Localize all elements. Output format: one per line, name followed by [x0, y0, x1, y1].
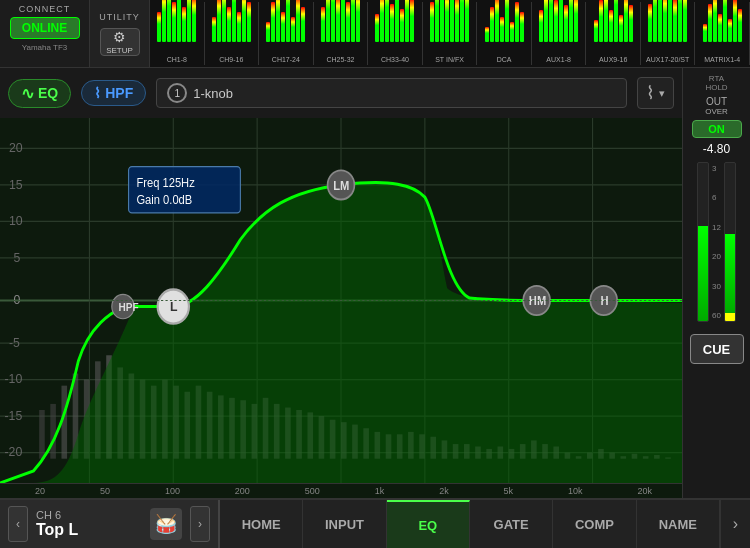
hpf-icon: ⌇ — [94, 85, 101, 101]
meter-group-ch9-16[interactable]: CH9-16 — [205, 2, 260, 65]
meter-group-ch1-8[interactable]: CH1-8 — [150, 2, 205, 65]
tab-input[interactable]: INPUT — [303, 500, 386, 548]
svg-text:Gain 0.0dB: Gain 0.0dB — [136, 193, 192, 207]
meter-bar — [569, 0, 573, 42]
hpf-button[interactable]: ⌇ HPF — [81, 80, 146, 106]
right-side-panel: RTA HOLD OUT OVER ON -4.80 3 6 12 20 30 … — [682, 68, 750, 498]
meter-bar — [172, 2, 176, 42]
meter-group-label: ST IN/FX — [435, 56, 464, 63]
meter-bar — [162, 0, 166, 42]
svg-text:-15: -15 — [4, 407, 22, 423]
knob-selector[interactable]: 1 1-knob — [156, 78, 627, 108]
meter-bar — [465, 0, 469, 42]
meter-group-ch33-40[interactable]: CH33-40 — [368, 2, 423, 65]
eq-controls-bar: ∿ EQ ⌇ HPF 1 1-knob ⌇ ▾ — [0, 68, 682, 118]
meters-strip: CH1-8CH9-16CH17-24CH25-32CH33-40ST IN/FX… — [150, 0, 750, 67]
meter-bar — [326, 0, 330, 42]
meter-bar — [450, 0, 454, 42]
meter-bar — [703, 24, 707, 42]
meter-bars — [648, 4, 687, 42]
meter-bar — [247, 2, 251, 42]
meter-bar — [539, 10, 543, 42]
tab-home[interactable]: HOME — [220, 500, 303, 548]
meter-track-left — [697, 162, 709, 322]
meter-group-aux17-20-st[interactable]: AUX17-20/ST — [641, 2, 696, 65]
tab-name[interactable]: NAME — [637, 500, 720, 548]
meter-group-label: CH33-40 — [381, 56, 409, 63]
meter-bar — [276, 0, 280, 42]
utility-label: UTILITY — [99, 12, 140, 22]
meter-group-ch25-32[interactable]: CH25-32 — [314, 2, 369, 65]
meter-group-aux9-16[interactable]: AUX9-16 — [586, 2, 641, 65]
meter-group-st in-fx[interactable]: ST IN/FX — [423, 2, 478, 65]
eq-button[interactable]: ∿ EQ — [8, 79, 71, 108]
meter-bar — [177, 0, 181, 42]
meter-group-dca[interactable]: DCA — [477, 2, 532, 65]
meter-bar — [351, 0, 355, 42]
meter-bar — [485, 27, 489, 42]
meter-bar — [440, 0, 444, 42]
meter-bar — [614, 0, 618, 42]
meter-group-label: CH17-24 — [272, 56, 300, 63]
meter-bars — [485, 4, 524, 42]
svg-text:Freq 125Hz: Freq 125Hz — [136, 176, 195, 190]
meter-bar — [455, 0, 459, 42]
meter-group-label: AUX9-16 — [599, 56, 627, 63]
tab-comp[interactable]: COMP — [553, 500, 636, 548]
meter-bar — [410, 0, 414, 42]
meter-bar — [390, 4, 394, 42]
meter-bar — [495, 0, 499, 42]
eq-area: ∿ EQ ⌇ HPF 1 1-knob ⌇ ▾ — [0, 68, 682, 498]
eq-graph[interactable]: 20 15 10 5 0 -5 -10 -15 -20 — [0, 118, 682, 483]
svg-text:0: 0 — [13, 292, 20, 308]
tab-gate[interactable]: GATE — [470, 500, 553, 548]
scale-3: 3 — [712, 164, 721, 173]
tab-eq[interactable]: EQ — [387, 500, 470, 548]
scale-20: 20 — [712, 252, 721, 261]
meter-group-ch17-24[interactable]: CH17-24 — [259, 2, 314, 65]
scale-30: 30 — [712, 282, 721, 291]
bottom-bar: ‹ CH 6 Top L 🥁 › HOMEINPUTEQGATECOMPNAME… — [0, 498, 750, 548]
online-button[interactable]: ONLINE — [10, 17, 80, 39]
meter-bar — [574, 0, 578, 42]
meter-group-label: AUX17-20/ST — [646, 56, 689, 63]
meter-bar — [663, 0, 667, 42]
channel-prev-button[interactable]: ‹ — [8, 506, 28, 542]
channel-name: Top L — [36, 521, 78, 539]
meter-bar — [281, 12, 285, 42]
svg-text:-20: -20 — [4, 444, 22, 460]
meter-group-aux1-8[interactable]: AUX1-8 — [532, 2, 587, 65]
x-label: 20k — [637, 486, 652, 496]
svg-rect-26 — [50, 404, 56, 459]
out-label: OUT — [706, 96, 727, 107]
meter-bar — [291, 17, 295, 42]
top-bar: CONNECT ONLINE Yamaha TF3 UTILITY ⚙ SETU… — [0, 0, 750, 68]
meter-group-matrix1-4[interactable]: MATRIX1-4 — [695, 2, 750, 65]
svg-rect-25 — [39, 410, 45, 459]
meter-bar — [212, 17, 216, 42]
x-label: 50 — [100, 486, 110, 496]
meter-bar — [296, 0, 300, 42]
level-value: -4.80 — [703, 142, 730, 156]
meter-group-label: AUX1-8 — [546, 56, 571, 63]
svg-text:20: 20 — [9, 140, 23, 156]
eq-label: EQ — [38, 85, 58, 101]
meter-bar — [237, 12, 241, 42]
over-label: OVER — [705, 107, 728, 116]
meter-bar — [286, 0, 290, 42]
channel-next-button[interactable]: › — [190, 506, 210, 542]
setup-button[interactable]: ⚙ SETUP — [100, 28, 140, 56]
curve-selector[interactable]: ⌇ ▾ — [637, 77, 674, 109]
svg-text:L: L — [170, 299, 178, 315]
meter-group-label: CH25-32 — [326, 56, 354, 63]
expand-button[interactable]: › — [720, 500, 750, 548]
meter-bar — [619, 15, 623, 42]
meter-bar — [510, 22, 514, 42]
gear-icon: ⚙ — [113, 29, 126, 45]
cue-button[interactable]: CUE — [690, 334, 744, 364]
on-button[interactable]: ON — [692, 120, 742, 138]
scale-60: 60 — [712, 311, 721, 320]
connect-panel: CONNECT ONLINE Yamaha TF3 — [0, 0, 90, 67]
x-label: 100 — [165, 486, 180, 496]
curve-icon: ⌇ — [646, 82, 655, 104]
